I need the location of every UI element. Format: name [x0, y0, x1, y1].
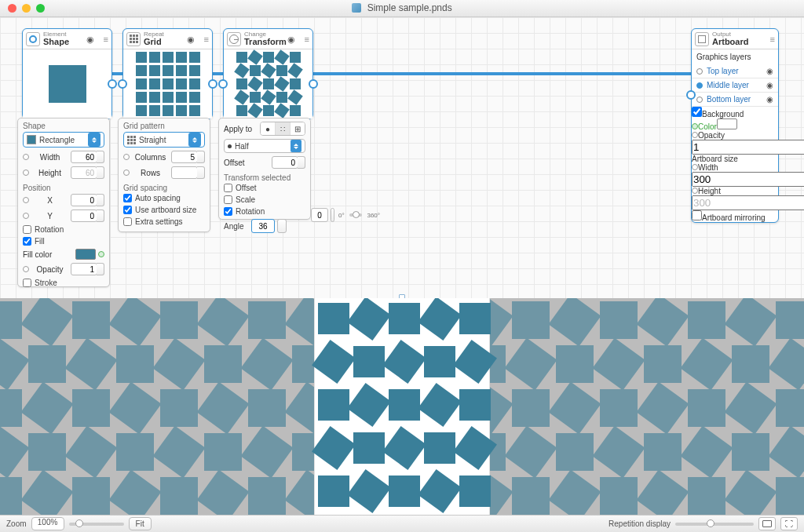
port-in[interactable]: [118, 79, 127, 89]
visibility-icon[interactable]: ◉: [86, 35, 94, 45]
seg-all-icon[interactable]: ●: [261, 122, 276, 135]
stepper-icon[interactable]: [298, 156, 305, 169]
scale-checkbox[interactable]: [224, 195, 232, 204]
extra-settings-checkbox[interactable]: [123, 217, 132, 226]
visibility-icon[interactable]: ◉: [766, 95, 773, 104]
preview-mode-button[interactable]: [758, 517, 776, 530]
stepper-icon[interactable]: [97, 263, 104, 275]
node-shape-header[interactable]: Element Shape ◉ ≡: [23, 29, 111, 49]
background-checkbox[interactable]: [692, 107, 702, 117]
node-grid-header[interactable]: Repeat Grid ◉ ≡: [123, 29, 212, 49]
x-input[interactable]: [71, 194, 97, 206]
fill-checkbox[interactable]: [23, 237, 31, 246]
apply-half-select[interactable]: Half: [224, 139, 305, 153]
artboard-width-input[interactable]: [692, 172, 804, 187]
link-dot[interactable]: [692, 123, 698, 129]
node-canvas[interactable]: Element Shape ◉ ≡ Shape Rectangle Width …: [0, 17, 804, 298]
angle-slider[interactable]: [349, 213, 363, 217]
port-in[interactable]: [218, 79, 228, 89]
node-transform[interactable]: Change Transform ◉ ≡: [223, 28, 313, 119]
artboard-color-swatch[interactable]: [717, 118, 737, 129]
rows-input[interactable]: [171, 166, 198, 179]
node-menu-icon[interactable]: ≡: [204, 35, 209, 44]
slider-knob[interactable]: [707, 519, 714, 527]
zoom-value[interactable]: 100%: [31, 517, 64, 530]
auto-spacing-checkbox[interactable]: [123, 194, 132, 202]
visibility-icon[interactable]: ◉: [766, 81, 773, 89]
fullscreen-button[interactable]: ⛶: [780, 517, 798, 530]
seg-half-icon[interactable]: ∷: [276, 122, 291, 135]
slider-knob[interactable]: [75, 519, 83, 527]
node-shape[interactable]: Element Shape ◉ ≡: [22, 28, 112, 119]
rotation-checkbox[interactable]: [23, 225, 31, 234]
port-out[interactable]: [208, 79, 217, 89]
shape-type-select[interactable]: Rectangle: [23, 132, 104, 148]
apply-to-segmented[interactable]: ● ∷ ⊞: [260, 122, 305, 136]
zoom-slider[interactable]: [69, 523, 124, 526]
layer-middle[interactable]: Middle layer◉: [692, 78, 778, 93]
link-dot[interactable]: [692, 132, 698, 138]
artboard-mirroring-checkbox[interactable]: [692, 210, 702, 220]
use-artboard-size-checkbox[interactable]: [123, 206, 132, 214]
stepper-icon[interactable]: [197, 151, 205, 163]
angle-sec-input[interactable]: [311, 208, 328, 222]
angle-input[interactable]: [251, 219, 275, 233]
node-menu-icon[interactable]: ≡: [770, 35, 775, 44]
stepper-icon[interactable]: [97, 210, 104, 222]
link-dot[interactable]: [23, 213, 29, 219]
node-transform-header[interactable]: Change Transform ◉ ≡: [224, 29, 312, 49]
visibility-icon[interactable]: ◉: [187, 35, 195, 45]
stepper-icon[interactable]: [97, 151, 104, 163]
width-input[interactable]: [71, 151, 97, 163]
y-input[interactable]: [71, 210, 97, 222]
artboard-height-input[interactable]: [692, 195, 804, 210]
fit-button[interactable]: Fit: [129, 517, 152, 530]
stepper-icon[interactable]: [197, 166, 205, 179]
link-dot[interactable]: [23, 154, 29, 160]
link-dot[interactable]: [98, 251, 104, 257]
repetition-slider[interactable]: [675, 523, 754, 526]
link-dot[interactable]: [23, 169, 29, 176]
height-input[interactable]: [71, 166, 97, 179]
seg-alt-icon[interactable]: ⊞: [291, 122, 305, 135]
stroke-checkbox[interactable]: [23, 279, 31, 287]
node-artboard[interactable]: Output Artboard ≡ Graphics layers Top la…: [691, 28, 779, 223]
link-dot[interactable]: [123, 154, 130, 160]
fill-color-swatch[interactable]: [75, 249, 96, 260]
layer-bottom[interactable]: Bottom layer◉: [692, 93, 778, 107]
layer-port-icon[interactable]: [696, 82, 703, 89]
link-dot[interactable]: [123, 169, 130, 176]
rotation-checkbox[interactable]: [224, 207, 232, 216]
link-dot[interactable]: [692, 164, 698, 170]
stepper-icon[interactable]: [97, 194, 104, 206]
minimize-window-button[interactable]: [22, 4, 31, 13]
link-dot[interactable]: [692, 188, 698, 194]
columns-input[interactable]: [171, 151, 198, 163]
node-menu-icon[interactable]: ≡: [104, 35, 108, 44]
visibility-icon[interactable]: ◉: [287, 35, 295, 45]
stepper-icon[interactable]: [331, 208, 334, 222]
layer-top[interactable]: Top layer◉: [692, 64, 778, 78]
port-out[interactable]: [108, 79, 117, 89]
grid-pattern-select[interactable]: Straight: [123, 132, 205, 148]
close-window-button[interactable]: [8, 4, 16, 13]
offset-checkbox[interactable]: [224, 184, 232, 192]
layer-port-icon[interactable]: [696, 97, 703, 103]
zoom-window-button[interactable]: [36, 4, 45, 13]
link-dot[interactable]: [23, 266, 29, 272]
layer-port-icon[interactable]: [696, 68, 703, 75]
link-dot[interactable]: [23, 197, 29, 203]
artboard-opacity-input[interactable]: [692, 140, 804, 155]
slider-knob[interactable]: [353, 211, 360, 218]
stepper-icon[interactable]: [277, 219, 287, 233]
preview-area[interactable]: [0, 298, 804, 515]
node-grid[interactable]: Repeat Grid ◉ ≡: [122, 28, 213, 119]
opacity-input[interactable]: [71, 263, 97, 275]
visibility-icon[interactable]: ◉: [766, 67, 773, 75]
offset-input[interactable]: [272, 156, 298, 169]
port-out[interactable]: [309, 79, 318, 89]
node-artboard-header[interactable]: Output Artboard ≡: [692, 29, 778, 49]
node-menu-icon[interactable]: ≡: [305, 35, 309, 44]
stepper-icon[interactable]: [97, 166, 104, 179]
port-in[interactable]: [686, 90, 696, 100]
